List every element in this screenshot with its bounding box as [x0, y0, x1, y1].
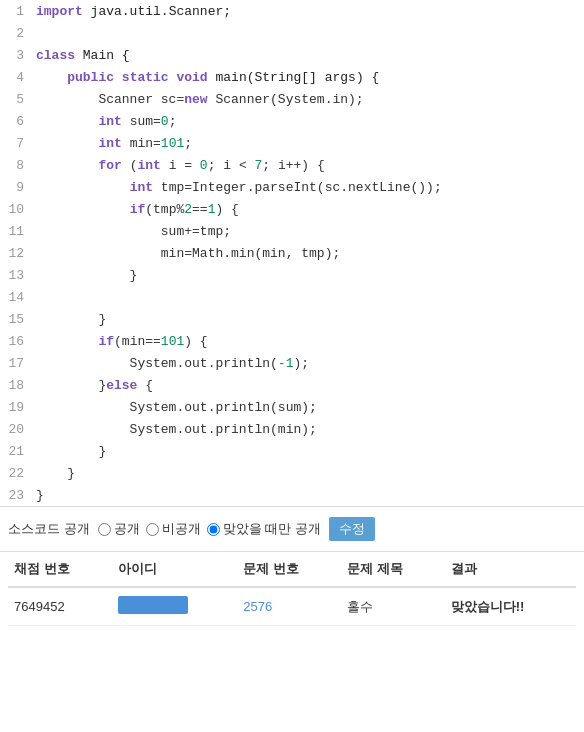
- line-content: [32, 286, 584, 308]
- radio-correct-label: 맞았을 때만 공개: [223, 520, 321, 538]
- code-line: 8 for (int i = 0; i < 7; i++) {: [0, 154, 584, 176]
- code-line: 12 min=Math.min(min, tmp);: [0, 242, 584, 264]
- line-content: System.out.println(min);: [32, 418, 584, 440]
- line-content: if(min==101) {: [32, 330, 584, 352]
- line-content: }: [32, 264, 584, 286]
- radio-private-input[interactable]: [146, 523, 159, 536]
- result-table: 채점 번호 아이디 문제 번호 문제 제목 결과 7649452 2576 홀수…: [8, 552, 576, 626]
- line-number: 22: [0, 462, 32, 484]
- line-content: }: [32, 440, 584, 462]
- radio-group: 공개 비공개 맞았을 때만 공개: [98, 520, 321, 538]
- code-line: 11 sum+=tmp;: [0, 220, 584, 242]
- code-line: 23}: [0, 484, 584, 506]
- col-header-id-num: 채점 번호: [8, 552, 112, 587]
- line-number: 5: [0, 88, 32, 110]
- line-content: public static void main(String[] args) {: [32, 66, 584, 88]
- code-line: 19 System.out.println(sum);: [0, 396, 584, 418]
- line-content: if(tmp%2==1) {: [32, 198, 584, 220]
- line-content: }else {: [32, 374, 584, 396]
- code-line: 22 }: [0, 462, 584, 484]
- code-line: 4 public static void main(String[] args)…: [0, 66, 584, 88]
- code-line: 21 }: [0, 440, 584, 462]
- line-content: System.out.println(sum);: [32, 396, 584, 418]
- line-number: 11: [0, 220, 32, 242]
- line-number: 16: [0, 330, 32, 352]
- line-number: 12: [0, 242, 32, 264]
- code-line: 3class Main {: [0, 44, 584, 66]
- problem-num-link[interactable]: 2576: [243, 599, 272, 614]
- line-content: sum+=tmp;: [32, 220, 584, 242]
- line-number: 4: [0, 66, 32, 88]
- line-number: 9: [0, 176, 32, 198]
- cell-result: 맞았습니다!!: [445, 587, 576, 626]
- line-number: 2: [0, 22, 32, 44]
- line-content: int tmp=Integer.parseInt(sc.nextLine());: [32, 176, 584, 198]
- modify-button[interactable]: 수정: [329, 517, 375, 541]
- line-number: 21: [0, 440, 32, 462]
- code-table: 1import java.util.Scanner;2 3class Main …: [0, 0, 584, 506]
- line-number: 17: [0, 352, 32, 374]
- code-line: 6 int sum=0;: [0, 110, 584, 132]
- result-table-section: 채점 번호 아이디 문제 번호 문제 제목 결과 7649452 2576 홀수…: [0, 552, 584, 626]
- col-header-user-id: 아이디: [112, 552, 238, 587]
- table-header-row: 채점 번호 아이디 문제 번호 문제 제목 결과: [8, 552, 576, 587]
- line-content: int sum=0;: [32, 110, 584, 132]
- line-number: 19: [0, 396, 32, 418]
- line-content: min=Math.min(min, tmp);: [32, 242, 584, 264]
- line-number: 14: [0, 286, 32, 308]
- line-content: }: [32, 308, 584, 330]
- cell-problem-num[interactable]: 2576: [237, 587, 341, 626]
- code-line: 2: [0, 22, 584, 44]
- line-content: class Main {: [32, 44, 584, 66]
- line-content: for (int i = 0; i < 7; i++) {: [32, 154, 584, 176]
- code-line: 10 if(tmp%2==1) {: [0, 198, 584, 220]
- cell-user-id: [112, 587, 238, 626]
- code-line: 7 int min=101;: [0, 132, 584, 154]
- radio-private[interactable]: 비공개: [146, 520, 201, 538]
- line-number: 18: [0, 374, 32, 396]
- code-line: 9 int tmp=Integer.parseInt(sc.nextLine()…: [0, 176, 584, 198]
- line-number: 6: [0, 110, 32, 132]
- line-number: 3: [0, 44, 32, 66]
- radio-public[interactable]: 공개: [98, 520, 140, 538]
- line-number: 15: [0, 308, 32, 330]
- code-line: 20 System.out.println(min);: [0, 418, 584, 440]
- radio-public-input[interactable]: [98, 523, 111, 536]
- source-visibility-section: 소스코드 공개 공개 비공개 맞았을 때만 공개 수정: [0, 507, 584, 552]
- cell-id-num: 7649452: [8, 587, 112, 626]
- line-number: 7: [0, 132, 32, 154]
- table-row: 7649452 2576 홀수 맞았습니다!!: [8, 587, 576, 626]
- col-header-problem-title: 문제 제목: [341, 552, 445, 587]
- line-content: }: [32, 484, 584, 506]
- line-content: int min=101;: [32, 132, 584, 154]
- radio-private-label: 비공개: [162, 520, 201, 538]
- line-content: [32, 22, 584, 44]
- code-line: 17 System.out.println(-1);: [0, 352, 584, 374]
- radio-public-label: 공개: [114, 520, 140, 538]
- col-header-result: 결과: [445, 552, 576, 587]
- line-number: 8: [0, 154, 32, 176]
- line-number: 23: [0, 484, 32, 506]
- code-editor: 1import java.util.Scanner;2 3class Main …: [0, 0, 584, 507]
- code-line: 14: [0, 286, 584, 308]
- line-content: import java.util.Scanner;: [32, 0, 584, 22]
- col-header-problem-num: 문제 번호: [237, 552, 341, 587]
- line-content: System.out.println(-1);: [32, 352, 584, 374]
- line-number: 20: [0, 418, 32, 440]
- radio-correct-input[interactable]: [207, 523, 220, 536]
- cell-problem-title: 홀수: [341, 587, 445, 626]
- line-number: 13: [0, 264, 32, 286]
- source-visibility-label: 소스코드 공개: [8, 520, 90, 538]
- line-content: Scanner sc=new Scanner(System.in);: [32, 88, 584, 110]
- code-line: 1import java.util.Scanner;: [0, 0, 584, 22]
- user-id-bar: [118, 596, 188, 614]
- code-line: 15 }: [0, 308, 584, 330]
- line-content: }: [32, 462, 584, 484]
- code-line: 16 if(min==101) {: [0, 330, 584, 352]
- code-line: 18 }else {: [0, 374, 584, 396]
- line-number: 10: [0, 198, 32, 220]
- code-line: 13 }: [0, 264, 584, 286]
- code-line: 5 Scanner sc=new Scanner(System.in);: [0, 88, 584, 110]
- radio-correct-only[interactable]: 맞았을 때만 공개: [207, 520, 321, 538]
- line-number: 1: [0, 0, 32, 22]
